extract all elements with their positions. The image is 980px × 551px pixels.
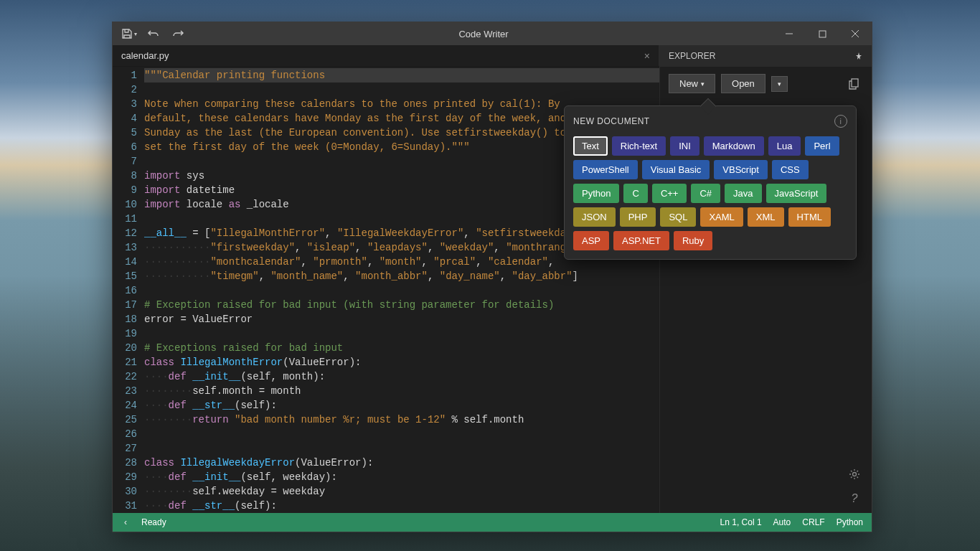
line-number: 17 (113, 298, 137, 312)
code-line[interactable]: # Exception raised for bad input (with s… (144, 298, 659, 312)
close-button[interactable] (839, 24, 872, 44)
app-title: Code Writer (194, 29, 773, 39)
lang-sql[interactable]: SQL (660, 207, 696, 227)
line-number: 30 (113, 484, 137, 499)
code-line[interactable] (144, 283, 659, 298)
code-line[interactable]: ···········"timegm", "month_name", "mont… (144, 269, 659, 283)
line-number: 11 (113, 212, 137, 226)
code-line[interactable]: ········self.weekday = weekday (144, 484, 659, 499)
pin-icon[interactable] (854, 52, 863, 60)
lang-c-[interactable]: C# (691, 184, 720, 203)
line-number: 15 (113, 269, 137, 283)
code-line[interactable]: ····def __str__(self): (144, 398, 659, 413)
language-grid: TextRich-textINIMarkdownLuaPerlPowerShel… (573, 136, 847, 250)
lang-css[interactable]: CSS (772, 160, 809, 179)
settings-button[interactable] (846, 466, 863, 483)
line-number: 25 (113, 413, 137, 427)
lang-asp-net[interactable]: ASP.NET (613, 231, 669, 250)
lang-ruby[interactable]: Ruby (674, 231, 712, 250)
code-line[interactable]: class IllegalMonthError(ValueError): (144, 355, 659, 369)
line-number: 8 (113, 169, 137, 183)
code-line[interactable]: ····def __init__(self, month): (144, 369, 659, 384)
code-line[interactable]: ········return "bad month number %r; mus… (144, 413, 659, 427)
new-button-label: New (679, 78, 698, 89)
code-line[interactable]: ····def __init__(self, weekday): (144, 470, 659, 484)
status-position[interactable]: Ln 1, Col 1 (720, 517, 762, 527)
documents-icon[interactable] (846, 75, 863, 93)
line-number: 9 (113, 183, 137, 197)
lang-perl[interactable]: Perl (805, 136, 839, 156)
lang-lua[interactable]: Lua (768, 136, 801, 156)
svg-point-2 (853, 473, 857, 476)
svg-rect-0 (819, 31, 826, 37)
line-number: 14 (113, 255, 137, 269)
code-line[interactable] (144, 326, 659, 341)
status-encoding[interactable]: Auto (773, 517, 791, 527)
lang-ini[interactable]: INI (670, 136, 699, 156)
open-button[interactable]: Open (721, 74, 765, 93)
code-line[interactable]: class IllegalWeekdayError(ValueError): (144, 456, 659, 470)
line-number: 12 (113, 226, 137, 240)
lang-visual-basic[interactable]: Visual Basic (642, 160, 710, 179)
chevron-down-icon: ▾ (778, 80, 781, 88)
lang-python[interactable]: Python (573, 184, 619, 203)
lang-powershell[interactable]: PowerShell (573, 160, 638, 179)
status-bar: ‹ Ready Ln 1, Col 1 Auto CRLF Python (113, 513, 872, 532)
open-dropdown-button[interactable]: ▾ (771, 76, 788, 92)
close-tab-icon[interactable]: × (644, 50, 650, 62)
line-number: 24 (113, 398, 137, 413)
tab-calendar-py[interactable]: calendar.py × (113, 45, 659, 66)
lang-vbscript[interactable]: VBScript (714, 160, 768, 179)
lang-rich-text[interactable]: Rich-text (612, 136, 666, 156)
line-number-gutter: 1234567891011121314151617181920212223242… (113, 67, 144, 513)
tab-bar: calendar.py × (113, 45, 659, 67)
popup-title: NEW DOCUMENT (573, 116, 650, 126)
lang-asp[interactable]: ASP (573, 231, 609, 250)
code-line[interactable]: ········self.month = month (144, 384, 659, 398)
code-line[interactable]: """Calendar printing functions (144, 68, 659, 83)
new-button[interactable]: New ▾ (669, 74, 715, 93)
lang-json[interactable]: JSON (573, 207, 616, 227)
titlebar: ▾ Code Writer (113, 22, 872, 45)
line-number: 6 (113, 140, 137, 154)
undo-button[interactable] (143, 24, 164, 44)
code-line[interactable]: ····def __str__(self): (144, 499, 659, 513)
line-number: 29 (113, 470, 137, 484)
minimize-button[interactable] (773, 24, 806, 44)
help-button[interactable]: ? (846, 490, 863, 507)
svg-rect-1 (852, 79, 858, 87)
code-line[interactable] (144, 83, 659, 97)
status-eol[interactable]: CRLF (802, 517, 824, 527)
lang-javascript[interactable]: JavaScript (766, 184, 827, 203)
lang-markdown[interactable]: Markdown (704, 136, 764, 156)
code-line[interactable] (144, 427, 659, 441)
save-button[interactable]: ▾ (118, 24, 140, 44)
line-number: 27 (113, 441, 137, 456)
lang-java[interactable]: Java (725, 184, 761, 203)
code-line[interactable]: error = ValueError (144, 312, 659, 326)
line-number: 3 (113, 97, 137, 111)
chevron-down-icon: ▾ (701, 80, 705, 88)
code-line[interactable] (144, 441, 659, 456)
line-number: 19 (113, 326, 137, 341)
redo-button[interactable] (167, 24, 189, 44)
lang-c-[interactable]: C++ (652, 184, 687, 203)
lang-c[interactable]: C (623, 184, 647, 203)
code-line[interactable]: # Exceptions raised for bad input (144, 341, 659, 355)
maximize-button[interactable] (806, 24, 839, 44)
status-language[interactable]: Python (837, 517, 863, 527)
lang-text[interactable]: Text (573, 136, 608, 156)
lang-php[interactable]: PHP (620, 207, 656, 227)
line-number: 13 (113, 240, 137, 255)
line-number: 18 (113, 312, 137, 326)
status-chevron-icon[interactable]: ‹ (121, 517, 130, 527)
lang-xaml[interactable]: XAML (700, 207, 743, 227)
lang-html[interactable]: HTML (788, 207, 831, 227)
line-number: 31 (113, 499, 137, 513)
info-icon[interactable]: i (834, 115, 847, 128)
line-number: 28 (113, 456, 137, 470)
lang-xml[interactable]: XML (748, 207, 784, 227)
status-ready: Ready (141, 517, 166, 527)
line-number: 5 (113, 126, 137, 140)
line-number: 2 (113, 83, 137, 97)
